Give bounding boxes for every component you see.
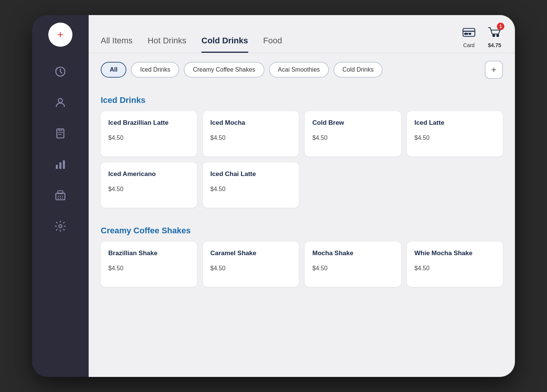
product-card-iced-brazillian-latte[interactable]: Iced Brazillian Latte $4.50 [101, 111, 197, 156]
product-price: $4.50 [108, 135, 189, 141]
product-price: $4.50 [108, 186, 189, 193]
svg-rect-4 [59, 162, 61, 169]
sidebar-item-settings[interactable] [48, 214, 72, 238]
product-name: Iced Latte [415, 119, 496, 127]
product-name: Whie Mocha Shake [415, 249, 496, 257]
chart-icon [54, 158, 66, 170]
product-price: $4.50 [312, 265, 393, 272]
product-card-iced-latte[interactable]: Iced Latte $4.50 [407, 111, 503, 156]
card-icon [461, 24, 477, 40]
product-price: $4.50 [211, 265, 292, 272]
svg-point-1 [58, 98, 63, 103]
product-card-iced-mocha[interactable]: Iced Mocha $4.50 [203, 111, 299, 156]
filter-creamy-coffee-shakes[interactable]: Creamy Coffee Shakes [184, 62, 264, 78]
tab-cold-drinks[interactable]: Cold Drinks [201, 36, 248, 53]
sidebar: + [32, 15, 89, 377]
card-icon-wrap [461, 24, 477, 41]
sidebar-item-orders[interactable] [48, 121, 72, 145]
filter-all[interactable]: All [101, 62, 126, 78]
product-card-caramel-shake[interactable]: Caramel Shake $4.50 [203, 242, 299, 287]
svg-rect-3 [56, 165, 58, 169]
product-card-cold-brew[interactable]: Cold Brew $4.50 [305, 111, 401, 156]
product-name: Iced Brazillian Latte [108, 119, 189, 127]
product-card-white-mocha-shake[interactable]: Whie Mocha Shake $4.50 [407, 242, 503, 287]
tab-food[interactable]: Food [263, 36, 282, 53]
product-price: $4.50 [211, 186, 292, 193]
settings-icon [54, 220, 66, 232]
sidebar-add-button[interactable]: + [48, 23, 72, 47]
main-content: All Items Hot Drinks Cold Drinks Food [89, 15, 515, 377]
nav-tabs: All Items Hot Drinks Cold Drinks Food [101, 36, 282, 53]
section-title-creamy-coffee-shakes: Creamy Coffee Shakes [101, 226, 503, 236]
card-action[interactable]: Card [461, 24, 477, 48]
product-card-iced-americano[interactable]: Iced Americano $4.50 [101, 162, 197, 208]
product-price: $4.50 [312, 135, 393, 141]
top-nav-actions: Card 1 $4.75 [461, 24, 503, 53]
product-price: $4.50 [108, 265, 189, 272]
product-price: $4.50 [211, 135, 292, 141]
cart-price: $4.75 [488, 42, 501, 48]
product-card-brazillian-shake[interactable]: Brazillian Shake $4.50 [101, 242, 197, 287]
product-name: Iced Chai Latte [211, 170, 292, 178]
filter-bar: All Iced Drinks Creamy Coffee Shakes Aca… [89, 53, 515, 86]
product-card-mocha-shake[interactable]: Mocha Shake $4.50 [305, 242, 401, 287]
product-name: Cold Brew [312, 119, 393, 127]
card-label: Card [463, 42, 475, 48]
register-icon [54, 189, 66, 201]
product-name: Iced Americano [108, 170, 189, 178]
clock-icon [54, 66, 66, 78]
product-name: Mocha Shake [312, 249, 393, 257]
top-nav: All Items Hot Drinks Cold Drinks Food [89, 15, 515, 53]
tab-hot-drinks[interactable]: Hot Drinks [148, 36, 186, 53]
svg-point-13 [493, 35, 495, 37]
product-name: Iced Mocha [211, 119, 292, 127]
product-price: $4.50 [415, 265, 496, 272]
section-title-iced-drinks: Iced Drinks [101, 95, 503, 105]
svg-rect-5 [63, 160, 65, 169]
sidebar-item-recent[interactable] [48, 60, 72, 84]
product-name: Brazillian Shake [108, 249, 189, 257]
clipboard-icon [54, 127, 66, 139]
svg-rect-9 [463, 29, 475, 37]
svg-rect-11 [464, 33, 467, 34]
tablet-frame: + [32, 15, 515, 377]
sidebar-item-reports[interactable] [48, 152, 72, 176]
iced-drinks-grid: Iced Brazillian Latte $4.50 Iced Mocha $… [101, 111, 503, 208]
creamy-coffee-shakes-grid: Brazillian Shake $4.50 Caramel Shake $4.… [101, 242, 503, 287]
product-name: Caramel Shake [211, 249, 292, 257]
filter-acai-smoothies[interactable]: Acai Smoothies [269, 62, 329, 78]
filter-cold-drinks[interactable]: Cold Drinks [333, 62, 383, 78]
product-price: $4.50 [415, 135, 496, 141]
cart-badge: 1 [497, 23, 504, 30]
tab-all-items[interactable]: All Items [101, 36, 132, 53]
svg-point-8 [59, 225, 62, 228]
filter-iced-drinks[interactable]: Iced Drinks [131, 62, 179, 78]
sidebar-item-user[interactable] [48, 90, 72, 115]
product-card-iced-chai-latte[interactable]: Iced Chai Latte $4.50 [203, 162, 299, 208]
svg-rect-12 [469, 33, 471, 34]
filter-add-button[interactable]: + [485, 61, 503, 79]
sidebar-item-register[interactable] [48, 183, 72, 207]
content-area: Iced Drinks Iced Brazillian Latte $4.50 … [89, 86, 515, 377]
svg-point-14 [497, 35, 499, 37]
cart-icon-wrap: 1 [486, 24, 503, 41]
user-icon [54, 96, 66, 109]
cart-action[interactable]: 1 $4.75 [486, 24, 503, 48]
section-gap [101, 215, 503, 223]
